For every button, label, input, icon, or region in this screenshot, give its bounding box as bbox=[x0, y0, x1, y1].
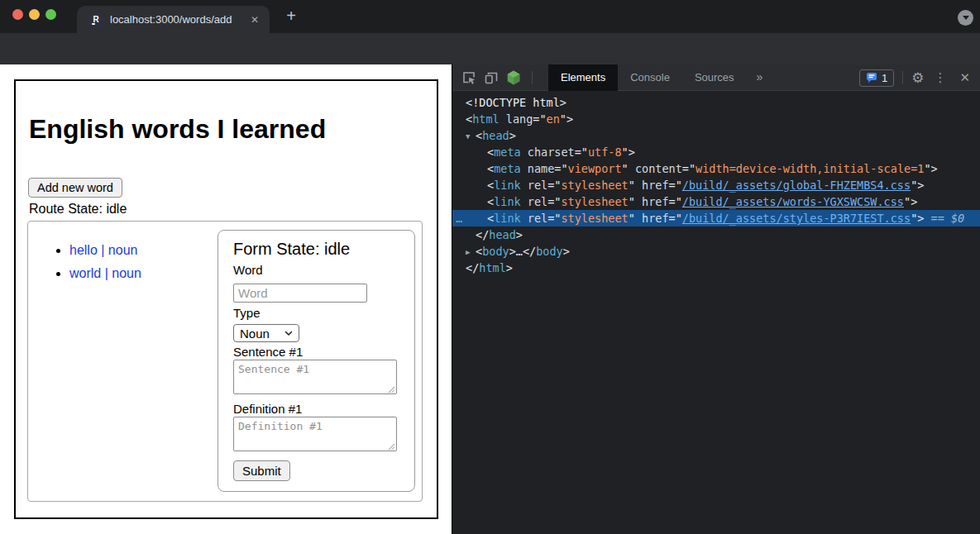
code-token: "> bbox=[560, 112, 573, 126]
dom-tree-line[interactable]: <link rel="stylesheet" href="/build/_ass… bbox=[452, 193, 980, 210]
sentence-label: Sentence #1 bbox=[233, 345, 303, 359]
code-token: body bbox=[536, 245, 563, 258]
code-token: charset bbox=[528, 145, 575, 159]
code-token: link bbox=[494, 179, 521, 192]
code-token: " bbox=[622, 162, 635, 175]
word-link[interactable]: hello | noun bbox=[69, 243, 137, 257]
browser-toolbar: localhost:3000/words/add ☆ bbox=[0, 33, 980, 64]
sentence-textarea[interactable] bbox=[233, 360, 397, 394]
collapse-arrow-icon[interactable]: ▼ bbox=[466, 128, 476, 145]
word-link[interactable]: world | noun bbox=[69, 266, 141, 280]
code-token bbox=[521, 179, 528, 192]
dom-tree-line[interactable]: <meta name="viewport" content="width=dev… bbox=[452, 160, 980, 177]
dom-tree-line[interactable]: </head> bbox=[452, 226, 980, 243]
definition-label: Definition #1 bbox=[233, 402, 302, 416]
stylesheet-href-link[interactable]: /build/_assets/words-YGXSWCSW.css bbox=[682, 195, 904, 208]
dom-tree-line[interactable]: …<link rel="stylesheet" href="/build/_as… bbox=[452, 210, 980, 226]
type-select-value: Noun bbox=[240, 327, 270, 341]
devtools-tabs: Elements Console Sources » bbox=[548, 64, 772, 91]
chevron-down-icon bbox=[284, 331, 293, 336]
code-token: head bbox=[489, 228, 516, 241]
dom-tree-line[interactable]: ▶<body>…</body> bbox=[452, 243, 980, 260]
traffic-light-zoom-icon[interactable] bbox=[45, 9, 56, 20]
submit-button[interactable]: Submit bbox=[233, 460, 290, 481]
code-token: < bbox=[466, 112, 472, 126]
page-outline-box: English words I learned Add new word Rou… bbox=[14, 79, 438, 519]
tab-console[interactable]: Console bbox=[618, 64, 682, 91]
tab-close-icon[interactable]: ✕ bbox=[251, 14, 259, 26]
code-token: utf-8 bbox=[588, 145, 622, 159]
code-token: stylesheet bbox=[561, 212, 628, 225]
code-token: body bbox=[482, 245, 509, 258]
code-token bbox=[521, 212, 528, 225]
code-token: =" bbox=[533, 112, 546, 126]
stylesheet-href-link[interactable]: /build/_assets/global-FHZEMBS4.css bbox=[682, 179, 911, 192]
code-token: meta bbox=[494, 162, 521, 175]
code-token: viewport bbox=[568, 162, 622, 175]
dom-tree: <!DOCTYPE html><html lang="en">▼<head><m… bbox=[452, 92, 980, 276]
code-token: "> bbox=[924, 162, 937, 175]
code-token: =" bbox=[682, 162, 696, 175]
code-token: < bbox=[487, 212, 494, 225]
definition-textarea[interactable] bbox=[233, 417, 397, 451]
tab-sources[interactable]: Sources bbox=[682, 64, 747, 91]
dom-tree-line[interactable]: <!DOCTYPE html> bbox=[452, 94, 980, 111]
code-token: " bbox=[629, 179, 642, 192]
code-token: stylesheet bbox=[561, 195, 628, 208]
new-tab-button[interactable]: + bbox=[281, 5, 301, 26]
devtools-close-icon[interactable]: ✕ bbox=[959, 70, 970, 85]
inspect-element-icon[interactable] bbox=[461, 69, 477, 86]
add-new-word-button[interactable]: Add new word bbox=[28, 178, 122, 198]
browser-window: R localhost:3000/words/add ✕ + localhost… bbox=[0, 0, 980, 534]
code-token bbox=[521, 145, 528, 159]
code-token: head bbox=[482, 129, 509, 142]
code-token: < bbox=[487, 179, 494, 192]
code-token: < bbox=[487, 195, 494, 208]
expand-arrow-icon[interactable]: ▶ bbox=[466, 244, 476, 260]
stylesheet-href-link[interactable]: /build/_assets/styles-P3R7IEST.css bbox=[682, 212, 911, 225]
code-token: link bbox=[494, 195, 521, 208]
issues-counter-button[interactable]: 1 bbox=[859, 69, 894, 87]
code-token: href bbox=[642, 179, 669, 192]
type-select[interactable]: Noun bbox=[233, 324, 299, 342]
traffic-light-minimize-icon[interactable] bbox=[29, 9, 40, 20]
code-token: link bbox=[494, 212, 521, 225]
code-token: > bbox=[506, 261, 513, 274]
code-token: <!DOCTYPE html> bbox=[466, 96, 566, 109]
tab-search-button[interactable] bbox=[958, 10, 973, 26]
settings-gear-icon[interactable]: ⚙ bbox=[911, 71, 924, 85]
dom-tree-line[interactable]: <meta charset="utf-8"> bbox=[452, 144, 980, 160]
dom-tree-line[interactable]: <html lang="en"> bbox=[452, 111, 980, 127]
form-state-text: Form State: idle bbox=[233, 240, 350, 259]
traffic-light-close-icon[interactable] bbox=[12, 9, 23, 20]
more-tabs-button[interactable]: » bbox=[747, 64, 773, 91]
chevron-down-icon bbox=[963, 16, 969, 20]
code-token: =" bbox=[575, 145, 588, 159]
device-toolbar-icon[interactable] bbox=[483, 69, 500, 86]
code-token: meta bbox=[494, 145, 521, 159]
node-actions-marker[interactable]: … bbox=[456, 210, 462, 226]
code-token bbox=[500, 112, 506, 126]
devtools-panel: Elements Console Sources » 1 ⚙ ⋮ ✕ bbox=[452, 64, 980, 534]
code-token: html bbox=[479, 261, 506, 274]
selected-node-hint: == $0 bbox=[924, 212, 964, 225]
tab-elements[interactable]: Elements bbox=[548, 64, 618, 91]
dom-tree-line[interactable]: <link rel="stylesheet" href="/build/_ass… bbox=[452, 177, 980, 193]
code-token: < bbox=[476, 245, 482, 258]
issues-count: 1 bbox=[882, 72, 887, 84]
nodejs-extension-icon[interactable] bbox=[505, 69, 522, 86]
dom-tree-line[interactable]: </html> bbox=[452, 260, 980, 276]
code-token: </ bbox=[476, 228, 489, 241]
code-token: < bbox=[476, 129, 482, 142]
devtools-menu-icon[interactable]: ⋮ bbox=[934, 70, 946, 85]
sentence-textarea-wrap bbox=[233, 360, 397, 396]
dom-tree-line[interactable]: ▼<head> bbox=[452, 127, 980, 144]
browser-tab[interactable]: R localhost:3000/words/add ✕ bbox=[77, 6, 270, 33]
code-token: "> bbox=[904, 195, 917, 208]
word-input[interactable] bbox=[233, 284, 367, 303]
code-token: " bbox=[629, 212, 642, 225]
code-token: </ bbox=[466, 261, 479, 274]
code-token: < bbox=[487, 162, 494, 175]
code-token: href bbox=[642, 195, 669, 208]
code-token: lang bbox=[506, 112, 533, 126]
